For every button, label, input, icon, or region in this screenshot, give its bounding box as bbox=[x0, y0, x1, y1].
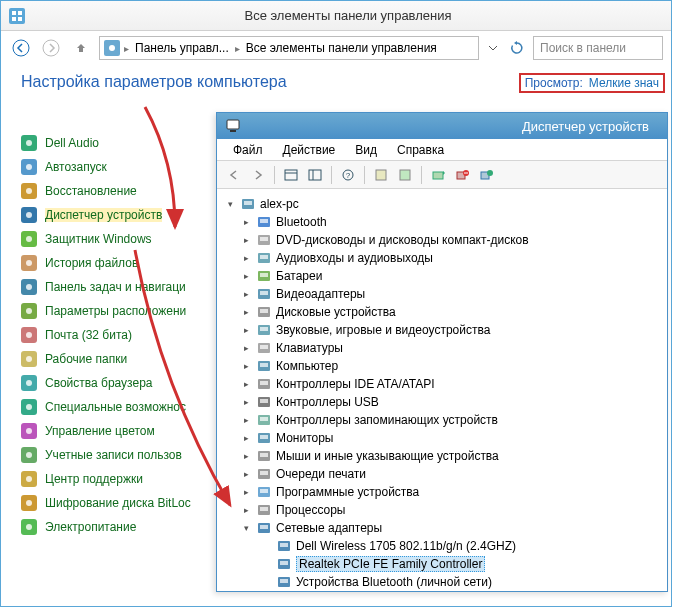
expand-toggle-icon[interactable]: ▸ bbox=[241, 415, 252, 426]
expand-toggle-icon[interactable]: ▸ bbox=[241, 325, 252, 336]
toolbar-separator bbox=[421, 166, 422, 184]
device-tree[interactable]: ▾ alex-pc▸ Bluetooth▸ DVD-дисководы и ди… bbox=[217, 189, 667, 597]
network-icon bbox=[256, 520, 272, 536]
view-by-selector[interactable]: Просмотр: Мелкие знач bbox=[519, 73, 665, 93]
toolbar-properties-button[interactable] bbox=[304, 164, 326, 186]
tree-node[interactable]: ▸ Мониторы bbox=[241, 429, 659, 447]
toolbar-update-button[interactable] bbox=[475, 164, 497, 186]
tree-node[interactable]: ▸ Контроллеры IDE ATA/ATAPI bbox=[241, 375, 659, 393]
menu-file[interactable]: Файл bbox=[225, 143, 271, 157]
breadcrumb-separator-icon: ▸ bbox=[124, 43, 129, 54]
tree-node-label: DVD-дисководы и дисководы компакт-дисков bbox=[276, 233, 529, 247]
expand-toggle-icon[interactable]: ▸ bbox=[241, 217, 252, 228]
svg-rect-52 bbox=[400, 170, 410, 180]
up-button[interactable] bbox=[69, 36, 93, 60]
menu-help[interactable]: Справка bbox=[389, 143, 452, 157]
expand-toggle-icon[interactable]: ▸ bbox=[241, 397, 252, 408]
tree-node[interactable]: ▸ Аудиовходы и аудиовыходы bbox=[241, 249, 659, 267]
back-button[interactable] bbox=[9, 36, 33, 60]
toolbar-back-button[interactable] bbox=[223, 164, 245, 186]
tree-node-label: Сетевые адаптеры bbox=[276, 521, 382, 535]
expand-toggle-icon[interactable]: ▸ bbox=[241, 271, 252, 282]
tree-node[interactable]: ▸ Батареи bbox=[241, 267, 659, 285]
expand-toggle-icon[interactable] bbox=[261, 541, 272, 552]
tree-node[interactable]: ▸ Звуковые, игровые и видеоустройства bbox=[241, 321, 659, 339]
tree-node[interactable]: ▸ Мыши и иные указывающие устройства bbox=[241, 447, 659, 465]
tree-node[interactable]: ▾ Сетевые адаптеры bbox=[241, 519, 659, 537]
expand-toggle-icon[interactable]: ▸ bbox=[241, 451, 252, 462]
expand-toggle-icon[interactable]: ▸ bbox=[241, 307, 252, 318]
expand-toggle-icon[interactable]: ▸ bbox=[241, 361, 252, 372]
tree-node[interactable]: ▸ Очереди печати bbox=[241, 465, 659, 483]
search-input[interactable]: Поиск в панели bbox=[533, 36, 663, 60]
toolbar-view-button[interactable] bbox=[280, 164, 302, 186]
shield-icon bbox=[21, 231, 37, 247]
tree-node[interactable]: ▸ Контроллеры USB bbox=[241, 393, 659, 411]
control-panel-item-label: Панель задач и навигаци bbox=[45, 280, 186, 294]
net-adapter-icon bbox=[276, 574, 292, 590]
tree-node-label: Программные устройства bbox=[276, 485, 419, 499]
tree-node-label: Дисковые устройства bbox=[276, 305, 396, 319]
tree-node[interactable]: ▸ Видеоадаптеры bbox=[241, 285, 659, 303]
svg-rect-64 bbox=[260, 237, 268, 241]
svg-point-10 bbox=[26, 140, 32, 146]
tree-node[interactable]: ▸ Контроллеры запоминающих устройств bbox=[241, 411, 659, 429]
expand-toggle-icon[interactable]: ▸ bbox=[241, 235, 252, 246]
expand-toggle-icon[interactable] bbox=[261, 577, 272, 588]
expand-toggle-icon[interactable] bbox=[261, 559, 272, 570]
tree-node[interactable]: ▸ Bluetooth bbox=[241, 213, 659, 231]
toolbar-prop2-button[interactable] bbox=[370, 164, 392, 186]
tree-node[interactable]: ▸ Компьютер bbox=[241, 357, 659, 375]
expand-toggle-icon[interactable]: ▸ bbox=[241, 253, 252, 264]
expand-toggle-icon[interactable]: ▸ bbox=[241, 343, 252, 354]
control-panel-item-label: Dell Audio bbox=[45, 136, 99, 150]
svg-point-28 bbox=[26, 356, 32, 362]
device-manager-window[interactable]: Диспетчер устройств Файл Действие Вид Сп… bbox=[216, 112, 668, 592]
expand-toggle-icon[interactable]: ▾ bbox=[225, 199, 236, 210]
breadcrumb-separator-icon: ▸ bbox=[235, 43, 240, 54]
tree-node-label: Устройства Bluetooth (личной сети) bbox=[296, 575, 492, 589]
breadcrumb-item[interactable]: Панель управл... bbox=[133, 41, 231, 55]
toolbar-prop3-button[interactable] bbox=[394, 164, 416, 186]
expand-toggle-icon[interactable]: ▸ bbox=[241, 379, 252, 390]
view-by-label: Просмотр: bbox=[525, 76, 583, 90]
expand-toggle-icon[interactable]: ▸ bbox=[241, 505, 252, 516]
toolbar-forward-button[interactable] bbox=[247, 164, 269, 186]
menu-view[interactable]: Вид bbox=[347, 143, 385, 157]
expand-toggle-icon[interactable]: ▸ bbox=[241, 469, 252, 480]
expand-toggle-icon[interactable]: ▸ bbox=[241, 289, 252, 300]
breadcrumb[interactable]: ▸ Панель управл... ▸ Все элементы панели… bbox=[99, 36, 479, 60]
tree-node[interactable]: ▸ DVD-дисководы и дисководы компакт-диск… bbox=[241, 231, 659, 249]
tree-node[interactable]: ▸ Дисковые устройства bbox=[241, 303, 659, 321]
svg-point-26 bbox=[26, 332, 32, 338]
expand-toggle-icon[interactable]: ▾ bbox=[241, 523, 252, 534]
toolbar-scan-button[interactable] bbox=[427, 164, 449, 186]
history-icon bbox=[21, 255, 37, 271]
expand-toggle-icon[interactable]: ▸ bbox=[241, 487, 252, 498]
control-panel-item-label: Специальные возможнос bbox=[45, 400, 186, 414]
tree-node-label: Контроллеры IDE ATA/ATAPI bbox=[276, 377, 435, 391]
tree-node[interactable]: ▾ alex-pc bbox=[225, 195, 659, 213]
tree-node[interactable]: ▸ Процессоры bbox=[241, 501, 659, 519]
tree-node-label: Bluetooth bbox=[276, 215, 327, 229]
dropdown-button[interactable] bbox=[485, 36, 501, 60]
device-manager-titlebar[interactable]: Диспетчер устройств bbox=[217, 113, 667, 139]
tree-node[interactable]: Устройства Bluetooth (личной сети) bbox=[261, 573, 659, 591]
toolbar-uninstall-button[interactable] bbox=[451, 164, 473, 186]
tree-node[interactable]: Realtek PCIe FE Family Controller bbox=[261, 555, 659, 573]
tree-node[interactable]: ▸ Клавиатуры bbox=[241, 339, 659, 357]
tree-node[interactable]: ▸ Программные устройства bbox=[241, 483, 659, 501]
tree-node-label: Компьютер bbox=[276, 359, 338, 373]
toolbar-help-button[interactable]: ? bbox=[337, 164, 359, 186]
expand-toggle-icon[interactable]: ▸ bbox=[241, 433, 252, 444]
svg-point-30 bbox=[26, 380, 32, 386]
menu-action[interactable]: Действие bbox=[275, 143, 344, 157]
tree-node[interactable]: Dell Wireless 1705 802.11b/g/n (2.4GHZ) bbox=[261, 537, 659, 555]
breadcrumb-item[interactable]: Все элементы панели управления bbox=[244, 41, 439, 55]
mail-icon bbox=[21, 327, 37, 343]
svg-rect-47 bbox=[309, 170, 321, 180]
control-panel-item-label: Диспетчер устройств bbox=[45, 208, 162, 222]
refresh-button[interactable] bbox=[507, 38, 527, 58]
restore-icon bbox=[21, 183, 37, 199]
forward-button[interactable] bbox=[39, 36, 63, 60]
